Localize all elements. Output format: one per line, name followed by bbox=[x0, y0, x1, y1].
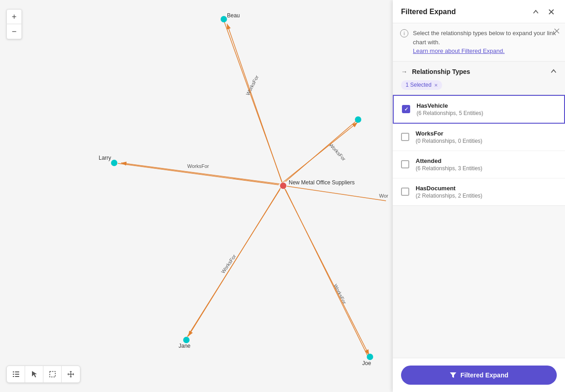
arrow-jane bbox=[188, 188, 280, 336]
rel-info-attended: Attended (6 Relationships, 3 Entities) bbox=[416, 157, 482, 172]
node-node5[interactable] bbox=[355, 116, 361, 123]
rel-info-works-for: WorksFor (0 Relationships, 0 Entities) bbox=[416, 130, 482, 144]
rel-meta-has-vehicle: (6 Relationships, 5 Entities) bbox=[417, 110, 483, 116]
node-joe[interactable] bbox=[367, 354, 373, 360]
svg-marker-11 bbox=[68, 373, 69, 376]
section-header: → Relationship Types bbox=[393, 62, 565, 80]
rel-meta-has-document: (2 Relationships, 2 Entities) bbox=[416, 193, 482, 199]
node-beau[interactable] bbox=[221, 16, 227, 22]
svg-rect-2 bbox=[15, 371, 19, 372]
rel-item-has-vehicle[interactable]: HasVehicle (6 Relationships, 5 Entities) bbox=[393, 95, 565, 124]
label-beau: Beau bbox=[227, 12, 240, 19]
graph-canvas: WorksFor WorksFor WorksFor WorksFor Work… bbox=[0, 0, 393, 392]
section-collapse-button[interactable] bbox=[550, 68, 557, 76]
rel-item-has-document[interactable]: HasDocument (2 Relationships, 2 Entities… bbox=[393, 178, 565, 205]
rel-info-has-vehicle: HasVehicle (6 Relationships, 5 Entities) bbox=[417, 102, 483, 116]
arrows-icon bbox=[67, 371, 74, 378]
panel-header: Filtered Expand bbox=[393, 0, 565, 23]
checkbox-has-vehicle[interactable] bbox=[402, 105, 410, 113]
section-title-row: → Relationship Types bbox=[401, 68, 470, 75]
cursor-icon bbox=[31, 371, 38, 378]
expand-button-label: Filtered Expand bbox=[460, 371, 508, 379]
info-banner: i Select the relationship types below to… bbox=[393, 23, 565, 62]
zoom-out-button[interactable]: − bbox=[7, 24, 21, 39]
zoom-in-button[interactable]: + bbox=[7, 10, 21, 24]
info-text: Select the relationship types below to e… bbox=[413, 29, 558, 56]
rel-item-works-for[interactable]: WorksFor (0 Relationships, 0 Entities) bbox=[393, 124, 565, 151]
checkbox-has-document[interactable] bbox=[401, 188, 409, 196]
info-banner-close-button[interactable] bbox=[554, 28, 560, 35]
section-chevron-up-icon bbox=[550, 68, 557, 74]
svg-rect-1 bbox=[13, 371, 14, 372]
relationship-types-section: → Relationship Types 1 Selected × Has bbox=[393, 62, 565, 358]
rel-meta-attended: (6 Relationships, 3 Entities) bbox=[416, 165, 482, 172]
node-center[interactable] bbox=[280, 183, 286, 189]
info-icon: i bbox=[400, 29, 408, 37]
rel-meta-works-for: (0 Relationships, 0 Entities) bbox=[416, 138, 482, 144]
node-larry[interactable] bbox=[111, 160, 117, 166]
svg-marker-7 bbox=[32, 371, 37, 377]
arrow-node5 bbox=[283, 122, 358, 182]
box-select-button[interactable] bbox=[43, 366, 62, 382]
tag-row: 1 Selected × bbox=[393, 80, 565, 94]
checkbox-works-for[interactable] bbox=[401, 133, 409, 141]
edge-node5 bbox=[285, 121, 356, 182]
svg-rect-8 bbox=[50, 371, 55, 377]
collapse-panel-button[interactable] bbox=[530, 6, 541, 17]
label-larry: Larry bbox=[99, 155, 111, 161]
section-title: Relationship Types bbox=[412, 68, 470, 75]
filter-icon bbox=[449, 371, 457, 379]
panel-footer: Filtered Expand bbox=[393, 358, 565, 392]
info-link[interactable]: Learn more about Filtered Expand. bbox=[413, 47, 505, 54]
edge-label-joe: WorksFor bbox=[333, 283, 347, 305]
tag-close-button[interactable]: × bbox=[434, 82, 438, 89]
node-jane[interactable] bbox=[183, 337, 190, 343]
rel-name-attended: Attended bbox=[416, 157, 482, 164]
svg-rect-4 bbox=[15, 374, 19, 375]
box-icon bbox=[49, 371, 56, 378]
rel-item-attended[interactable]: Attended (6 Relationships, 3 Entities) bbox=[393, 151, 565, 178]
expand-arrows-button[interactable] bbox=[62, 366, 80, 382]
list-icon bbox=[12, 371, 20, 378]
close-icon bbox=[548, 9, 554, 15]
list-view-button[interactable] bbox=[7, 366, 25, 382]
edge-label-node5: WorksFor bbox=[328, 142, 347, 162]
checkbox-attended[interactable] bbox=[401, 160, 409, 168]
chevron-up-icon bbox=[533, 9, 539, 15]
panel-title: Filtered Expand bbox=[401, 8, 456, 16]
cursor-button[interactable] bbox=[25, 366, 43, 382]
svg-marker-13 bbox=[69, 371, 72, 372]
rel-info-has-document: HasDocument (2 Relationships, 2 Entities… bbox=[416, 185, 482, 199]
arrow-beau bbox=[227, 24, 282, 182]
label-joe: Joe bbox=[362, 360, 371, 366]
selected-tag: 1 Selected × bbox=[401, 80, 442, 90]
label-center: New Metal Office Suppliers bbox=[289, 179, 355, 186]
svg-rect-6 bbox=[15, 376, 19, 377]
panel-header-actions bbox=[530, 6, 557, 17]
filtered-expand-button[interactable]: Filtered Expand bbox=[401, 366, 557, 385]
zoom-controls: + − bbox=[6, 9, 22, 39]
svg-marker-14 bbox=[69, 376, 72, 377]
relationship-list: HasVehicle (6 Relationships, 5 Entities)… bbox=[393, 94, 565, 206]
edge-node6 bbox=[287, 186, 386, 201]
rel-name-has-document: HasDocument bbox=[416, 185, 482, 192]
svg-rect-3 bbox=[13, 374, 14, 375]
bottom-toolbar bbox=[6, 366, 80, 383]
edge-label-partial: Wor bbox=[379, 193, 388, 199]
tag-label: 1 Selected bbox=[406, 82, 432, 88]
close-panel-button[interactable] bbox=[546, 6, 557, 17]
svg-marker-19 bbox=[450, 372, 456, 378]
arrow-right-icon: → bbox=[401, 68, 407, 75]
edge-label-larry: WorksFor bbox=[187, 163, 209, 169]
rel-name-has-vehicle: HasVehicle bbox=[417, 102, 483, 109]
rel-name-works-for: WorksFor bbox=[416, 130, 482, 137]
svg-rect-5 bbox=[13, 376, 14, 377]
svg-marker-10 bbox=[73, 373, 74, 376]
filtered-expand-panel: Filtered Expand i Select the relationshi… bbox=[393, 0, 565, 392]
arrow-joe bbox=[285, 188, 369, 355]
close-small-icon bbox=[554, 28, 560, 34]
label-jane: Jane bbox=[179, 343, 190, 349]
